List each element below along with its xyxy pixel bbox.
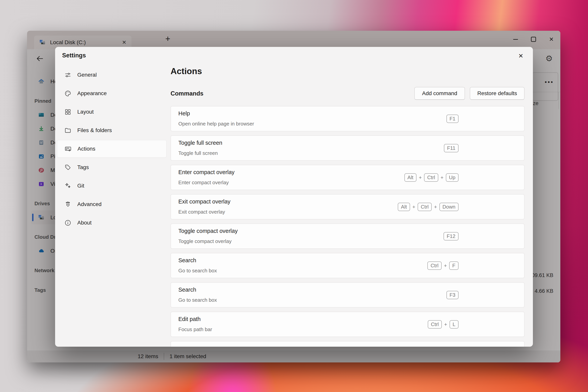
command-description: Open online help page in browser <box>178 121 254 127</box>
shortcut-keys: Alt+Ctrl+Up <box>404 165 459 190</box>
dialog-close-button[interactable]: ✕ <box>516 51 526 61</box>
folder-icon <box>64 127 72 134</box>
key-chip-ctrl: Ctrl <box>424 173 438 182</box>
key-chip-f: F <box>449 262 459 270</box>
settings-nav: General Appearance Layout Files & folder… <box>57 66 166 232</box>
sparkles-icon <box>64 182 72 190</box>
command-row-edit-path[interactable]: Edit path Focus path bar Ctrl+L <box>171 312 524 337</box>
command-row-toggle-compact-overlay[interactable]: Toggle compact overlay Toggle compact ov… <box>171 224 524 249</box>
key-chip-alt: Alt <box>404 173 416 182</box>
command-row-help[interactable]: Help Open online help page in browser F1 <box>171 106 524 131</box>
commands-section-title: Commands <box>171 90 203 97</box>
command-title: Toggle full screen <box>178 140 222 146</box>
command-description: Toggle full screen <box>178 150 218 156</box>
key-chip-f11: F11 <box>444 144 459 152</box>
command-row-search[interactable]: Search Go to search box F3 <box>171 282 524 308</box>
key-chip-down: Down <box>439 203 459 211</box>
add-command-button[interactable]: Add command <box>414 87 465 100</box>
settings-nav-item-about[interactable]: About <box>57 214 166 232</box>
shortcut-keys: Alt+Ctrl+Down <box>398 194 459 219</box>
command-row-toggle-full-screen[interactable]: Toggle full screen Toggle full screen F1… <box>171 136 524 161</box>
grid-icon <box>64 108 72 116</box>
command-description: Toggle compact overlay <box>178 238 231 244</box>
command-description: Enter compact overlay <box>178 180 229 186</box>
key-chip-f12: F12 <box>444 232 459 240</box>
key-chip-ctrl: Ctrl <box>427 262 441 270</box>
settings-nav-item-appearance[interactable]: Appearance <box>57 85 166 102</box>
command-title: Exit compact overlay <box>178 198 230 205</box>
sliders-icon <box>64 72 72 78</box>
shortcut-keys: F11 <box>444 136 459 160</box>
command-row-exit-compact-overlay[interactable]: Exit compact overlay Exit compact overla… <box>171 194 524 220</box>
palette-icon <box>64 90 72 97</box>
key-chip-ctrl: Ctrl <box>418 203 432 211</box>
key-separator: + <box>444 322 447 328</box>
command-description: Exit compact overlay <box>178 209 225 215</box>
key-separator: + <box>419 174 422 180</box>
command-row-partial <box>171 341 524 347</box>
key-separator: + <box>412 204 415 210</box>
command-row-enter-compact-overlay[interactable]: Enter compact overlay Enter compact over… <box>171 165 524 190</box>
settings-nav-item-git[interactable]: Git <box>57 177 166 194</box>
key-separator: + <box>441 174 444 180</box>
settings-nav-item-tags[interactable]: Tags <box>57 158 166 176</box>
commands-list: Help Open online help page in browser F1… <box>171 106 524 347</box>
command-title: Toggle compact overlay <box>178 228 238 234</box>
key-separator: + <box>434 204 437 210</box>
page-title: Actions <box>171 66 202 76</box>
key-separator: + <box>444 263 447 269</box>
tag-icon <box>64 164 72 171</box>
shortcut-keys: F1 <box>446 106 459 131</box>
shortcut-keys: Ctrl+F <box>427 253 459 278</box>
command-title: Search <box>178 257 196 264</box>
command-title: Enter compact overlay <box>178 169 235 176</box>
restore-defaults-button[interactable]: Restore defaults <box>470 87 524 100</box>
dialog-title: Settings <box>62 52 86 59</box>
settings-dialog: Settings ✕ General Appearance Layout Fil… <box>55 47 533 347</box>
settings-nav-item-actions[interactable]: Actions <box>57 140 166 158</box>
settings-nav-item-advanced[interactable]: Advanced <box>57 196 166 213</box>
advanced-icon <box>64 201 72 208</box>
shortcut-keys: Ctrl+L <box>428 312 459 336</box>
key-chip-alt: Alt <box>398 203 410 211</box>
settings-nav-item-general[interactable]: General <box>57 66 166 84</box>
key-chip-ctrl: Ctrl <box>428 320 442 328</box>
command-description: Go to search box <box>178 268 217 274</box>
shortcut-keys: F12 <box>444 224 459 248</box>
key-chip-f3: F3 <box>446 291 459 299</box>
key-chip-up: Up <box>446 173 459 182</box>
command-description: Focus path bar <box>178 326 212 332</box>
info-icon <box>64 219 72 226</box>
settings-nav-item-files-folders[interactable]: Files & folders <box>57 122 166 139</box>
key-chip-f1: F1 <box>446 114 459 123</box>
command-row-search[interactable]: Search Go to search box Ctrl+F <box>171 253 524 278</box>
settings-nav-item-layout[interactable]: Layout <box>57 103 166 120</box>
command-title: Edit path <box>178 316 200 322</box>
desktop-wallpaper: Local Disk (C:) ✕ + ✕ ⚙ ••• ze 09.61 KB … <box>0 0 588 392</box>
shortcut-keys: F3 <box>446 283 459 307</box>
command-description: Go to search box <box>178 297 217 303</box>
command-title: Search <box>178 286 196 293</box>
command-title: Help <box>178 110 190 117</box>
keyboard-gear-icon <box>65 145 72 152</box>
key-chip-l: L <box>450 320 459 328</box>
